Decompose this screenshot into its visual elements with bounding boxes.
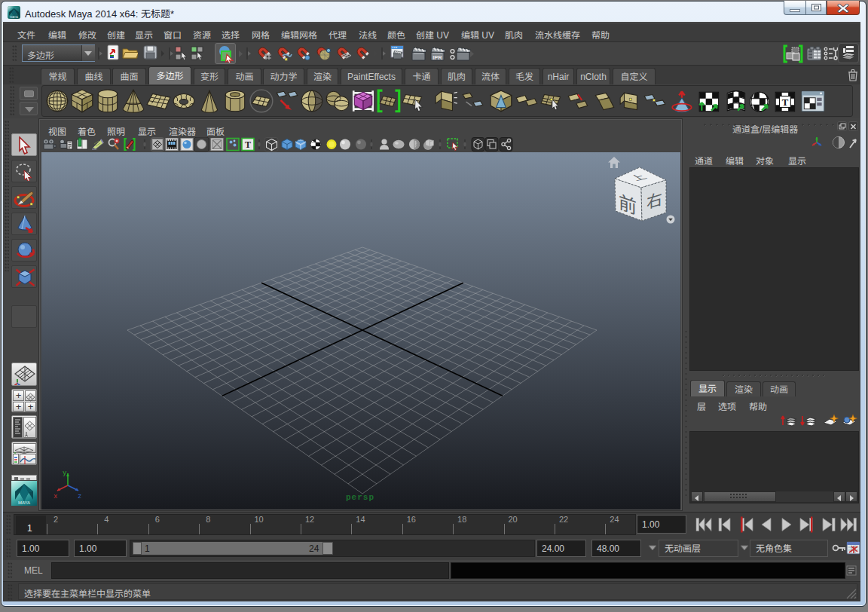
svg-text:y: y	[63, 470, 67, 477]
svg-text:x: x	[53, 493, 57, 500]
svg-text:z: z	[78, 493, 81, 500]
svg-text:IPR: IPR	[432, 54, 442, 61]
svg-text:前: 前	[619, 187, 637, 219]
svg-text:T: T	[245, 139, 251, 150]
svg-text:右: 右	[646, 185, 662, 213]
svg-text:T: T	[782, 97, 789, 108]
svg-text:MAYA: MAYA	[18, 500, 30, 505]
svg-text:MAYA: MAYA	[10, 15, 18, 19]
